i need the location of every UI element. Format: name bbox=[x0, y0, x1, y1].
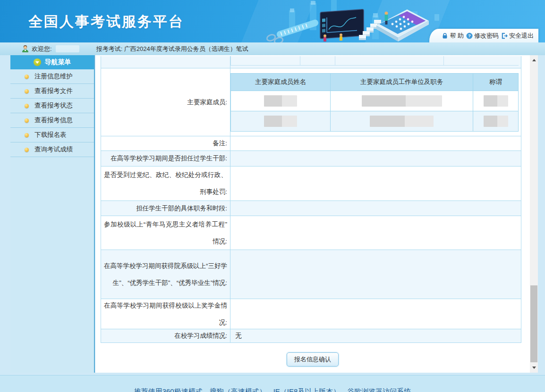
row-value: 无 bbox=[230, 329, 521, 342]
sidebar-item-download-form[interactable]: 下载报名表 bbox=[10, 128, 94, 142]
family-members-row: 主要家庭成员: 主要家庭成员姓名 主要家庭成员工作单位及职务 称谓 bbox=[101, 68, 521, 136]
row-label: 参加校级以上“青年马克思主义者培养工程”情况: bbox=[104, 216, 227, 250]
col-header-member-work: 主要家庭成员工作单位及职务 bbox=[331, 74, 473, 91]
row-label: 在高等学校学习期间是否担任过学生干部: bbox=[104, 150, 227, 167]
person-graphic-3 bbox=[385, 12, 388, 25]
col-header-relation: 称谓 bbox=[473, 74, 518, 91]
scroll-down-arrow[interactable] bbox=[530, 364, 538, 372]
truncated-table-row bbox=[101, 56, 521, 68]
row-label: 是否受到过党纪、政纪、校纪处分或行政、刑事处罚: bbox=[104, 167, 227, 200]
change-password-button[interactable]: ? 修改密码 bbox=[466, 32, 499, 40]
greeting-label: 欢迎您: bbox=[32, 45, 52, 53]
row-value bbox=[230, 151, 521, 166]
bullet-icon bbox=[25, 118, 29, 123]
honors-row: 在高等学校学习期间获得院系级以上“三好学生”、“优秀学生干部”、“优秀毕业生”情… bbox=[101, 250, 521, 299]
redacted-member-name bbox=[264, 116, 297, 127]
family-table-row bbox=[231, 111, 518, 131]
exit-icon bbox=[501, 33, 508, 39]
row-value bbox=[230, 216, 521, 250]
redacted-member-work bbox=[362, 95, 442, 107]
lock-icon bbox=[442, 33, 448, 39]
question-icon: ? bbox=[466, 33, 473, 39]
col-header-member-name: 主要家庭成员姓名 bbox=[231, 74, 331, 91]
student-cadre-row: 在高等学校学习期间是否担任过学生干部: bbox=[101, 151, 521, 167]
person-graphic-2 bbox=[340, 33, 342, 41]
sidebar: 导航菜单 注册信息维护 查看报考文件 查看报考状态 查看报考信息 下载报名表 bbox=[10, 55, 95, 373]
app-title: 全国人事考试服务平台 bbox=[28, 12, 184, 32]
main-content: 主要家庭成员: 主要家庭成员姓名 主要家庭成员工作单位及职务 称谓 bbox=[95, 55, 530, 373]
discipline-punishment-row: 是否受到过党纪、政纪、校纪处分或行政、刑事处罚: bbox=[101, 167, 521, 201]
bullet-icon bbox=[25, 89, 29, 93]
nav-menu-title: 导航菜单 bbox=[45, 58, 71, 67]
down-triangle-icon bbox=[532, 367, 536, 369]
bullet-icon bbox=[25, 148, 29, 152]
sidebar-item-query-scores[interactable]: 查询考试成绩 bbox=[10, 142, 94, 157]
previous-table-fragment bbox=[230, 56, 519, 66]
user-avatar-icon bbox=[21, 45, 29, 53]
row-value bbox=[230, 136, 521, 150]
nav-menu-header[interactable]: 导航菜单 bbox=[10, 55, 94, 69]
footer: 推荐使用360极速模式、搜狗（高速模式）、IE（IE8及以上版本）、谷歌浏览器访… bbox=[0, 375, 545, 392]
vertical-scrollbar[interactable] bbox=[530, 55, 538, 373]
family-members-label: 主要家庭成员: bbox=[104, 94, 227, 111]
row-value bbox=[230, 299, 521, 329]
academic-record-row: 在校学习成绩情况: 无 bbox=[101, 329, 521, 343]
collapse-icon bbox=[34, 58, 41, 66]
header-illustration bbox=[264, 0, 453, 42]
svg-text:?: ? bbox=[468, 33, 471, 38]
cadre-position-period-row: 担任学生干部的具体职务和时段: bbox=[101, 201, 521, 216]
page: 全国人事考试服务平台 帮 助 ? 修改密码 bbox=[0, 0, 545, 392]
marxism-program-row: 参加校级以上“青年马克思主义者培养工程”情况: bbox=[101, 216, 521, 250]
row-value bbox=[230, 250, 521, 299]
row-label: 在校学习成绩情况: bbox=[104, 327, 227, 344]
row-label: 担任学生干部的具体职务和时段: bbox=[104, 200, 227, 217]
family-table-header: 主要家庭成员姓名 主要家庭成员工作单位及职务 称谓 bbox=[231, 74, 518, 91]
redacted-member-name bbox=[264, 95, 297, 107]
row-value bbox=[230, 167, 521, 200]
bullet-icon bbox=[25, 104, 29, 108]
scrollbar-thumb[interactable] bbox=[530, 285, 537, 362]
family-members-table: 主要家庭成员姓名 主要家庭成员工作单位及职务 称谓 bbox=[230, 73, 519, 132]
exam-label: 报考考试: 广西2024年度考试录用公务员（选调生）笔试 bbox=[96, 45, 248, 53]
utility-bar: 帮 助 ? 修改密码 安全退出 bbox=[429, 29, 538, 42]
browser-recommendation: 推荐使用360极速模式、搜狗（高速模式）、IE（IE8及以上版本）、谷歌浏览器访… bbox=[0, 388, 545, 392]
nav-menu: 注册信息维护 查看报考文件 查看报考状态 查看报考信息 下载报名表 查询考试成绩 bbox=[10, 69, 94, 157]
person-graphic-1 bbox=[324, 34, 326, 42]
welcome-bar: 欢迎您: 报考考试: 广西2024年度考试录用公务员（选调生）笔试 bbox=[0, 42, 545, 55]
sidebar-item-view-exam-documents[interactable]: 查看报考文件 bbox=[10, 84, 94, 99]
device-graphic bbox=[376, 9, 429, 42]
row-label: 备注: bbox=[104, 135, 227, 152]
redacted-member-work bbox=[370, 116, 434, 127]
sidebar-item-registration-info[interactable]: 注册信息维护 bbox=[10, 69, 94, 84]
family-table-row bbox=[231, 91, 518, 111]
app-header: 全国人事考试服务平台 帮 助 ? 修改密码 bbox=[0, 0, 545, 42]
redacted-relation bbox=[484, 116, 508, 127]
row-value bbox=[230, 201, 521, 216]
sidebar-item-view-application-status[interactable]: 查看报考状态 bbox=[10, 99, 94, 113]
redacted-relation bbox=[484, 95, 508, 107]
help-button[interactable]: 帮 助 bbox=[442, 32, 464, 40]
scholarship-row: 在高等学校学习期间获得校级以上奖学金情况: bbox=[101, 299, 521, 329]
confirm-application-button[interactable]: 报名信息确认 bbox=[287, 352, 339, 367]
sidebar-item-view-application-info[interactable]: 查看报考信息 bbox=[10, 113, 94, 128]
row-label: 在高等学校学习期间获得院系级以上“三好学生”、“优秀学生干部”、“优秀毕业生”情… bbox=[104, 258, 227, 292]
bullet-icon bbox=[25, 133, 29, 137]
bullet-icon bbox=[25, 75, 29, 79]
logout-button[interactable]: 安全退出 bbox=[501, 32, 534, 40]
up-triangle-icon bbox=[532, 59, 536, 61]
user-name-redacted bbox=[56, 45, 79, 52]
remarks-row: 备注: bbox=[101, 136, 521, 151]
row-label: 在高等学校学习期间获得校级以上奖学金情况: bbox=[104, 297, 227, 331]
scroll-up-arrow[interactable] bbox=[530, 56, 538, 64]
application-info-table: 主要家庭成员: 主要家庭成员姓名 主要家庭成员工作单位及职务 称谓 bbox=[101, 56, 521, 343]
